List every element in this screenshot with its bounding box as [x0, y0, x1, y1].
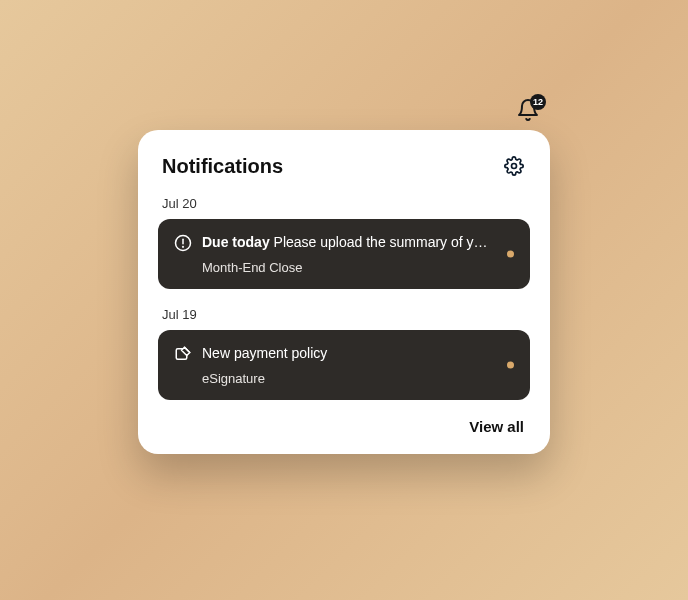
settings-button[interactable] — [502, 154, 526, 178]
panel-header: Notifications — [158, 154, 530, 178]
unread-dot — [507, 361, 514, 368]
unread-dot — [507, 250, 514, 257]
date-label: Jul 19 — [158, 303, 530, 330]
notification-item[interactable]: New payment policy eSignature — [158, 330, 530, 400]
view-all-link[interactable]: View all — [469, 418, 524, 435]
panel-title: Notifications — [162, 155, 283, 178]
notifications-panel: Notifications Jul 20 Due today Please up… — [138, 130, 550, 454]
notification-body: New payment policy eSignature — [202, 344, 490, 386]
notification-subtitle: eSignature — [202, 371, 490, 386]
bell-badge: 12 — [530, 94, 546, 110]
alert-circle-icon — [174, 234, 192, 256]
notifications-bell[interactable]: 12 — [516, 98, 540, 126]
notification-title: New payment policy — [202, 344, 490, 363]
notification-item[interactable]: Due today Please upload the summary of y… — [158, 219, 530, 289]
signature-icon — [174, 345, 192, 367]
svg-point-0 — [512, 164, 517, 169]
notification-subtitle: Month-End Close — [202, 260, 490, 275]
svg-point-3 — [183, 246, 184, 247]
notification-body: Due today Please upload the summary of y… — [202, 233, 490, 275]
notification-title: Due today Please upload the summary of y… — [202, 233, 490, 252]
date-label: Jul 20 — [158, 192, 530, 219]
gear-icon — [504, 156, 524, 176]
view-all-row: View all — [158, 414, 530, 436]
